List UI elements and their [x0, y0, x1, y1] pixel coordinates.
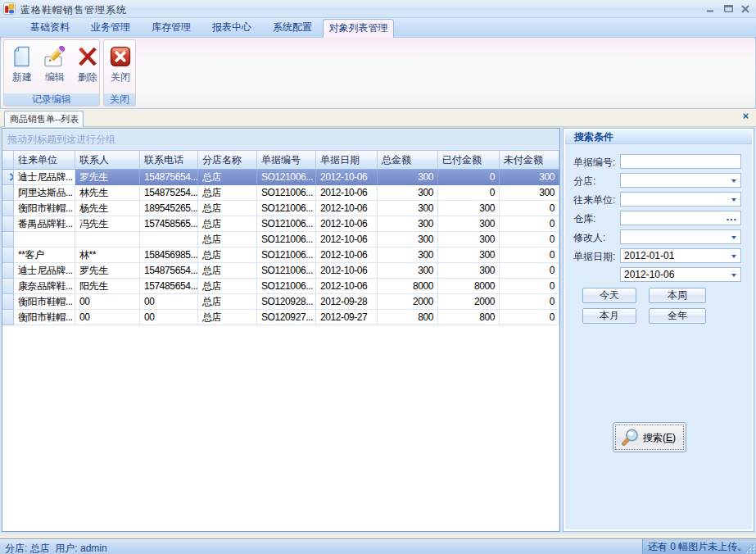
grid-cell[interactable]: 300: [438, 247, 500, 263]
search-field-input[interactable]: 2012-01-01: [620, 248, 741, 263]
grid-cell[interactable]: 总店: [198, 247, 257, 263]
grid-cell[interactable]: SO121006...: [257, 247, 316, 263]
grid-cell[interactable]: 2012-09-27: [316, 310, 378, 325]
grid-cell[interactable]: 2000: [378, 294, 438, 310]
grid-cell[interactable]: 300: [378, 216, 438, 232]
ribbon-button[interactable]: 关闭: [105, 44, 136, 92]
grid-row[interactable]: **客户林**158456985...总店SO121006...2012-10-…: [2, 247, 559, 263]
grid-cell[interactable]: 300: [378, 185, 438, 201]
grid-cell[interactable]: 总店: [198, 185, 257, 201]
grid-cell[interactable]: 2012-10-06: [316, 216, 378, 232]
grid-cell[interactable]: SO120927...: [257, 310, 316, 325]
grid-cell[interactable]: 300: [438, 263, 500, 279]
grid-cell[interactable]: SO121006...: [257, 185, 316, 201]
ribbon-tab[interactable]: 业务管理: [80, 18, 141, 37]
grid-cell[interactable]: SO121006...: [257, 263, 316, 279]
grid-cell[interactable]: 2000: [438, 294, 500, 310]
grid-column-header[interactable]: 联系电话: [140, 151, 198, 170]
grid-cell[interactable]: 158456985...: [140, 247, 198, 263]
grid-cell[interactable]: 0: [500, 216, 559, 232]
ribbon-button[interactable]: 新建: [7, 44, 38, 92]
search-field-input[interactable]: [620, 192, 741, 207]
grid-cell[interactable]: 2012-10-06: [316, 170, 378, 185]
grid-cell[interactable]: 00: [140, 294, 198, 310]
grid-cell[interactable]: 154875254...: [140, 185, 198, 201]
ribbon-tab[interactable]: 对象列表管理: [323, 19, 394, 38]
quick-range-button[interactable]: 本月: [582, 308, 636, 324]
ribbon-tab[interactable]: 库存管理: [141, 18, 201, 37]
grid-cell[interactable]: 154875654...: [140, 263, 198, 279]
combo-dropdown-icon[interactable]: [731, 236, 736, 239]
search-field-input[interactable]: [620, 211, 741, 225]
grid-cell[interactable]: 300: [438, 232, 500, 247]
grid-cell[interactable]: 林先生: [75, 185, 140, 201]
combo-dropdown-icon[interactable]: [731, 255, 736, 258]
grid-cell[interactable]: 300: [378, 263, 438, 279]
grid-cell[interactable]: 2012-10-06: [316, 247, 378, 263]
grid-cell[interactable]: SO121006...: [257, 170, 316, 185]
grid-row[interactable]: 迪士尼品牌...罗先生154875654...总店SO121006...2012…: [2, 170, 559, 185]
grid-cell[interactable]: 2012-10-06: [316, 185, 378, 201]
grid-cell[interactable]: 0: [438, 185, 500, 201]
grid-cell[interactable]: 总店: [198, 310, 257, 325]
grid-cell[interactable]: 300: [438, 201, 500, 216]
grid-cell[interactable]: 总店: [198, 216, 257, 232]
ribbon-tab[interactable]: 报表中心: [201, 18, 262, 37]
ribbon-tab[interactable]: 基础资料: [20, 18, 80, 37]
minimize-button[interactable]: [701, 0, 719, 17]
grid-cell[interactable]: [14, 232, 75, 247]
ribbon-button[interactable]: 删除: [72, 44, 103, 92]
grid-cell[interactable]: 0: [500, 232, 559, 247]
grid-cell[interactable]: 迪士尼品牌...: [14, 170, 75, 185]
maximize-button[interactable]: [719, 0, 737, 17]
grid-cell[interactable]: 300: [500, 170, 559, 185]
grid-cell[interactable]: 总店: [198, 279, 257, 294]
quick-range-button[interactable]: 本周: [649, 288, 706, 303]
grid-cell[interactable]: 300: [378, 170, 438, 185]
grid-column-header[interactable]: 分店名称: [198, 151, 257, 170]
close-button[interactable]: [736, 0, 754, 17]
combo-dropdown-icon[interactable]: [731, 179, 736, 183]
grid-cell[interactable]: [140, 232, 198, 247]
grid-row[interactable]: 阿里达斯品...林先生154875254...总店SO121006...2012…: [2, 185, 559, 201]
grid-cell[interactable]: 总店: [198, 201, 257, 216]
grid-cell[interactable]: 2012-10-06: [316, 232, 378, 247]
grid-cell[interactable]: 189545265...: [140, 201, 198, 216]
grid-column-header[interactable]: 往来单位: [14, 151, 75, 170]
grid-cell[interactable]: 0: [500, 201, 559, 216]
search-button[interactable]: 搜索(E): [613, 422, 686, 452]
ribbon-tab[interactable]: 系统配置: [262, 18, 323, 37]
grid-column-header[interactable]: 联系人: [75, 151, 140, 170]
grid-cell[interactable]: SO121006...: [257, 279, 316, 294]
grid-cell[interactable]: 0: [500, 263, 559, 279]
grid-cell[interactable]: 康奈品牌鞋...: [14, 279, 75, 294]
combo-dropdown-icon[interactable]: [731, 198, 736, 202]
grid-cell[interactable]: 番禺品牌鞋...: [14, 216, 75, 232]
search-field-input[interactable]: [620, 154, 741, 169]
grid-column-header[interactable]: 总金额: [378, 151, 438, 170]
grid-cell[interactable]: 0: [500, 279, 559, 294]
grid-column-header[interactable]: 单据编号: [257, 151, 316, 170]
search-field-input[interactable]: [620, 229, 741, 244]
grid-cell[interactable]: 杨先生: [75, 201, 140, 216]
grid-cell[interactable]: SO121006...: [257, 216, 316, 232]
grid-cell[interactable]: 阿里达斯品...: [14, 185, 75, 201]
grid-group-panel[interactable]: 拖动列标题到这进行分组: [2, 129, 559, 151]
grid-cell[interactable]: 00: [75, 310, 140, 325]
grid-cell[interactable]: 0: [500, 247, 559, 263]
grid-cell[interactable]: 2012-10-06: [316, 201, 378, 216]
grid-cell[interactable]: 阳先生: [75, 279, 140, 294]
quick-range-button[interactable]: 全年: [649, 308, 706, 324]
grid-cell[interactable]: 罗先生: [75, 263, 140, 279]
grid-column-header[interactable]: 已付金额: [438, 151, 500, 170]
grid-cell[interactable]: [75, 232, 140, 247]
grid-cell[interactable]: SO121006...: [257, 201, 316, 216]
grid-cell[interactable]: 800: [378, 310, 438, 325]
grid-cell[interactable]: 总店: [198, 170, 257, 185]
grid-cell[interactable]: 800: [438, 310, 500, 325]
document-tab[interactable]: 商品销售单--列表: [4, 111, 84, 127]
grid-cell[interactable]: 300: [378, 232, 438, 247]
combo-dropdown-icon[interactable]: [731, 274, 736, 277]
grid-cell[interactable]: 2012-09-28: [316, 294, 378, 310]
grid-cell[interactable]: SO121006...: [257, 232, 316, 247]
